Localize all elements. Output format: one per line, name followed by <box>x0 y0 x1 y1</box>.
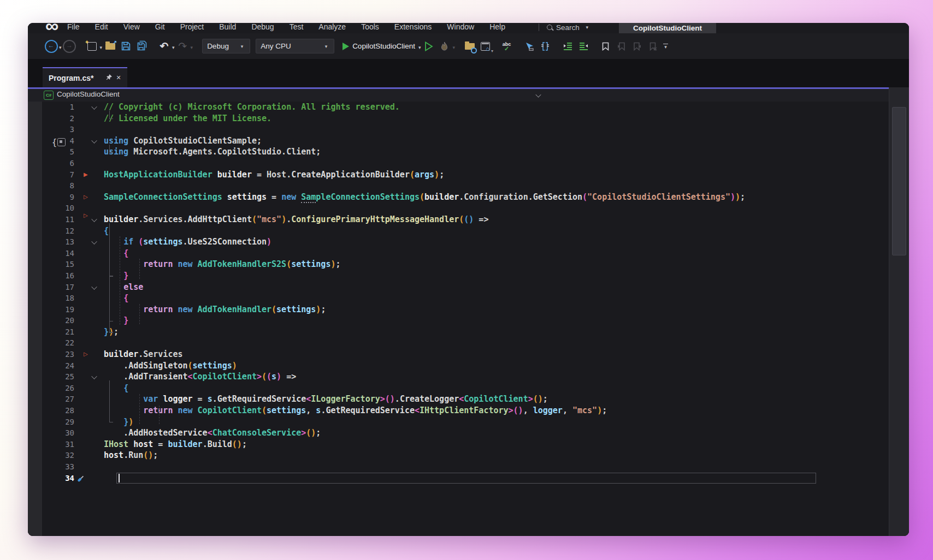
menu-item-edit[interactable]: Edit <box>87 23 116 33</box>
code-line-11[interactable]: 11▷builder.Services.AddHttpClient("mcs")… <box>28 214 889 225</box>
navigate-cursor-icon[interactable] <box>521 39 537 53</box>
fold-chevron-icon[interactable] <box>91 284 97 289</box>
code-line-9[interactable]: 9▷SampleConnectionSettings settings = ne… <box>28 192 889 203</box>
code-line-32[interactable]: 32host.Run(); <box>28 450 889 461</box>
project-dropdown[interactable]: CopilotStudioClient <box>57 90 120 98</box>
tab-program-cs[interactable]: Program.cs* ✕ <box>43 67 127 87</box>
menu-item-test[interactable]: Test <box>282 23 311 33</box>
menu-item-debug[interactable]: Debug <box>244 23 281 33</box>
chevron-down-icon[interactable] <box>535 92 541 97</box>
menu-item-project[interactable]: Project <box>173 23 212 33</box>
diagnostic-triangle-outline-icon[interactable]: ▷ <box>84 212 88 219</box>
bookmark-icon[interactable] <box>598 39 613 53</box>
close-icon[interactable]: ✕ <box>114 74 123 81</box>
nav-forward-icon[interactable]: → <box>62 39 78 53</box>
format-outdent-icon[interactable] <box>575 39 591 53</box>
chevron-down-icon[interactable]: ▾ <box>584 25 590 30</box>
spell-check-icon[interactable]: abc✓ <box>499 38 515 54</box>
menu-item-extensions[interactable]: Extensions <box>387 23 439 33</box>
code-line-4[interactable]: 4using CopilotStudioClientSample; <box>28 135 889 147</box>
fold-scope-line <box>109 145 110 152</box>
toolbar-overflow-icon[interactable]: ▾ <box>661 44 668 49</box>
quick-actions-screwdriver-icon[interactable] <box>73 473 86 486</box>
code-line-13[interactable]: 13 if (settings.UseS2SConnection) <box>28 236 889 248</box>
code-line-33[interactable]: 33 <box>28 461 889 473</box>
search-label[interactable]: Search <box>556 23 580 32</box>
new-project-icon[interactable]: ✦ <box>84 39 100 53</box>
fold-scope-hook <box>109 332 113 332</box>
undo-icon[interactable]: ↶ <box>156 39 172 53</box>
code-line-6[interactable]: 6 <box>28 158 889 169</box>
fold-chevron-icon[interactable] <box>91 138 97 143</box>
diagnostic-triangle-outline-icon[interactable]: ▷ <box>84 194 88 200</box>
code-line-27[interactable]: 27 var logger = s.GetRequiredService<ILo… <box>28 394 889 405</box>
code-line-22[interactable]: 22 <box>28 337 889 349</box>
code-line-28[interactable]: 28 return new CopilotClient(settings, s.… <box>28 405 889 416</box>
diagnostic-triangle-icon[interactable]: ▶ <box>84 171 88 178</box>
line-cursor-icon[interactable] <box>537 39 553 53</box>
code-line-24[interactable]: 24 .AddSingleton(settings) <box>28 360 889 372</box>
code-line-17[interactable]: 17 else <box>28 282 889 293</box>
line-number: 29 <box>28 416 74 428</box>
menu-item-window[interactable]: Window <box>439 23 482 33</box>
open-folder-icon[interactable]: ↗ <box>102 39 118 53</box>
code-line-3[interactable]: 3 <box>28 124 889 135</box>
diagnostic-triangle-outline-icon[interactable]: ▷ <box>84 351 88 358</box>
code-line-20[interactable]: 20 } <box>28 315 889 326</box>
menu-item-tools[interactable]: Tools <box>353 23 387 33</box>
code-line-7[interactable]: 7▶HostApplicationBuilder builder = Host.… <box>28 169 889 181</box>
code-line-16[interactable]: 16 } <box>28 270 889 282</box>
menu-item-file[interactable]: File <box>60 23 87 33</box>
vertical-scrollbar[interactable] <box>889 87 909 536</box>
hot-reload-icon[interactable] <box>436 39 452 53</box>
code-text: var logger = s.GetRequiredService<ILogge… <box>104 394 548 405</box>
code-line-19[interactable]: 19 return new AddTokenHandler(settings); <box>28 304 889 315</box>
indent-guide <box>139 304 140 324</box>
code-line-10[interactable]: 10 <box>28 202 889 214</box>
code-line-18[interactable]: 18 { <box>28 293 889 304</box>
outline-play-icon[interactable] <box>421 39 436 53</box>
using-directives-badge-icon[interactable]: { <box>52 138 66 147</box>
scrollbar-thumb[interactable] <box>892 107 906 255</box>
bookmark-next-disabled-icon[interactable] <box>629 39 645 53</box>
menu-item-view[interactable]: View <box>116 23 147 33</box>
fold-chevron-icon[interactable] <box>91 216 97 222</box>
code-line-2[interactable]: 2// Licensed under the MIT License. <box>28 113 889 124</box>
search-box[interactable]: Search ▾ <box>539 23 590 33</box>
platform-combo[interactable]: Any CPU▾ <box>256 39 334 53</box>
menu-item-build[interactable]: Build <box>211 23 244 33</box>
menu-item-git[interactable]: Git <box>147 23 173 33</box>
code-line-23[interactable]: 23▷builder.Services <box>28 349 889 360</box>
fold-chevron-icon[interactable] <box>91 104 97 109</box>
format-indent-icon[interactable] <box>559 39 575 53</box>
code-line-8[interactable]: 8 <box>28 180 889 192</box>
fold-chevron-icon[interactable] <box>91 239 97 244</box>
code-line-31[interactable]: 31IHost host = builder.Build(); <box>28 439 889 450</box>
code-line-29[interactable]: 29 }) <box>28 416 889 428</box>
find-in-files-icon[interactable] <box>462 39 477 53</box>
code-line-14[interactable]: 14 { <box>28 248 889 259</box>
fold-chevron-icon[interactable] <box>91 374 97 379</box>
code-line-12[interactable]: 12{ <box>28 225 889 237</box>
bookmark-prev-disabled-icon[interactable] <box>613 39 629 53</box>
start-debugging-button[interactable]: CopilotStudioClient <box>337 42 418 50</box>
code-editor[interactable]: 1// Copyright (c) Microsoft Corporation.… <box>28 102 909 536</box>
debug-configuration-combo[interactable]: Debug▾ <box>202 39 250 53</box>
code-line-5[interactable]: 5using Microsoft.Agents.CopilotStudio.Cl… <box>28 146 889 158</box>
code-line-15[interactable]: 15 return new AddTokenHandlerS2S(setting… <box>28 259 889 270</box>
save-all-icon[interactable] <box>134 39 150 54</box>
menu-item-help[interactable]: Help <box>482 23 513 33</box>
navigation-bar: C# CopilotStudioClient <box>28 87 909 102</box>
redo-icon[interactable]: ↷ <box>175 39 191 53</box>
nav-back-icon[interactable]: ← <box>43 39 59 53</box>
save-icon[interactable] <box>118 39 134 53</box>
code-text: }) <box>104 416 133 428</box>
code-line-21[interactable]: 21}); <box>28 326 889 338</box>
bookmark-clear-disabled-icon[interactable] <box>645 39 661 53</box>
code-line-26[interactable]: 26 { <box>28 383 889 394</box>
menu-item-analyze[interactable]: Analyze <box>311 23 353 33</box>
pin-icon[interactable] <box>104 74 113 82</box>
code-line-25[interactable]: 25 .AddTransient<CopilotClient>((s) => <box>28 371 889 383</box>
code-line-30[interactable]: 30 .AddHostedService<ChatConsoleService>… <box>28 427 889 439</box>
code-line-1[interactable]: 1// Copyright (c) Microsoft Corporation.… <box>28 102 889 113</box>
